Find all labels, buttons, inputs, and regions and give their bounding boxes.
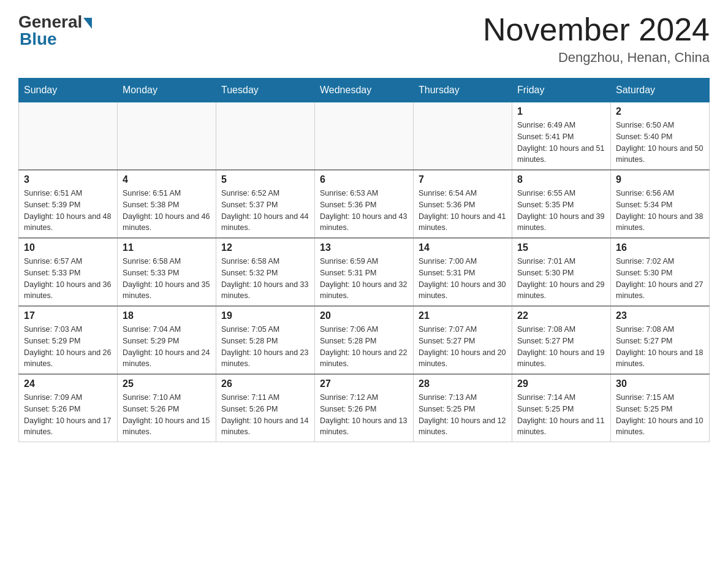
column-header-wednesday: Wednesday	[315, 79, 414, 102]
logo: General Blue	[18, 12, 92, 49]
day-info: Sunrise: 7:06 AM Sunset: 5:28 PM Dayligh…	[320, 324, 408, 370]
day-number: 25	[123, 378, 211, 389]
day-info: Sunrise: 7:09 AM Sunset: 5:26 PM Dayligh…	[24, 392, 112, 438]
calendar-cell: 23Sunrise: 7:08 AM Sunset: 5:27 PM Dayli…	[611, 306, 710, 374]
day-info: Sunrise: 7:05 AM Sunset: 5:28 PM Dayligh…	[221, 324, 309, 370]
day-number: 5	[221, 174, 309, 185]
calendar-cell: 9Sunrise: 6:56 AM Sunset: 5:34 PM Daylig…	[611, 170, 710, 238]
calendar-cell: 15Sunrise: 7:01 AM Sunset: 5:30 PM Dayli…	[512, 238, 611, 306]
day-number: 7	[419, 174, 507, 185]
title-section: November 2024 Dengzhou, Henan, China	[483, 12, 710, 66]
day-info: Sunrise: 7:10 AM Sunset: 5:26 PM Dayligh…	[123, 392, 211, 438]
page-header: General Blue November 2024 Dengzhou, Hen…	[18, 12, 710, 66]
day-number: 4	[123, 174, 211, 185]
column-header-tuesday: Tuesday	[216, 79, 315, 102]
day-info: Sunrise: 7:00 AM Sunset: 5:31 PM Dayligh…	[419, 256, 507, 302]
calendar-cell: 26Sunrise: 7:11 AM Sunset: 5:26 PM Dayli…	[216, 374, 315, 442]
calendar-cell: 22Sunrise: 7:08 AM Sunset: 5:27 PM Dayli…	[512, 306, 611, 374]
day-info: Sunrise: 6:58 AM Sunset: 5:33 PM Dayligh…	[123, 256, 211, 302]
calendar-table: SundayMondayTuesdayWednesdayThursdayFrid…	[18, 78, 710, 442]
day-info: Sunrise: 7:01 AM Sunset: 5:30 PM Dayligh…	[517, 256, 605, 302]
day-number: 29	[517, 378, 605, 389]
day-number: 27	[320, 378, 408, 389]
day-info: Sunrise: 6:53 AM Sunset: 5:36 PM Dayligh…	[320, 188, 408, 234]
day-number: 18	[123, 310, 211, 321]
calendar-cell: 16Sunrise: 7:02 AM Sunset: 5:30 PM Dayli…	[611, 238, 710, 306]
day-number: 16	[616, 242, 704, 253]
calendar-cell: 21Sunrise: 7:07 AM Sunset: 5:27 PM Dayli…	[414, 306, 512, 374]
day-number: 28	[419, 378, 507, 389]
calendar-cell: 11Sunrise: 6:58 AM Sunset: 5:33 PM Dayli…	[118, 238, 216, 306]
calendar-cell: 6Sunrise: 6:53 AM Sunset: 5:36 PM Daylig…	[315, 170, 414, 238]
calendar-cell: 5Sunrise: 6:52 AM Sunset: 5:37 PM Daylig…	[216, 170, 315, 238]
day-number: 13	[320, 242, 408, 253]
calendar-cell: 24Sunrise: 7:09 AM Sunset: 5:26 PM Dayli…	[19, 374, 118, 442]
day-number: 6	[320, 174, 408, 185]
week-row-2: 3Sunrise: 6:51 AM Sunset: 5:39 PM Daylig…	[19, 170, 710, 238]
calendar-cell: 27Sunrise: 7:12 AM Sunset: 5:26 PM Dayli…	[315, 374, 414, 442]
calendar-cell: 10Sunrise: 6:57 AM Sunset: 5:33 PM Dayli…	[19, 238, 118, 306]
calendar-cell: 13Sunrise: 6:59 AM Sunset: 5:31 PM Dayli…	[315, 238, 414, 306]
logo-blue-text: Blue	[20, 29, 57, 49]
day-number: 3	[24, 174, 112, 185]
calendar-cell: 2Sunrise: 6:50 AM Sunset: 5:40 PM Daylig…	[611, 102, 710, 170]
day-info: Sunrise: 7:08 AM Sunset: 5:27 PM Dayligh…	[616, 324, 704, 370]
calendar-cell	[118, 102, 216, 170]
day-number: 11	[123, 242, 211, 253]
calendar-cell: 8Sunrise: 6:55 AM Sunset: 5:35 PM Daylig…	[512, 170, 611, 238]
month-title: November 2024	[483, 12, 710, 47]
calendar-cell: 18Sunrise: 7:04 AM Sunset: 5:29 PM Dayli…	[118, 306, 216, 374]
day-number: 22	[517, 310, 605, 321]
logo-arrow-icon	[83, 18, 92, 29]
calendar-cell: 19Sunrise: 7:05 AM Sunset: 5:28 PM Dayli…	[216, 306, 315, 374]
day-info: Sunrise: 7:11 AM Sunset: 5:26 PM Dayligh…	[221, 392, 309, 438]
header-row: SundayMondayTuesdayWednesdayThursdayFrid…	[19, 79, 710, 102]
day-info: Sunrise: 6:56 AM Sunset: 5:34 PM Dayligh…	[616, 188, 704, 234]
day-info: Sunrise: 6:49 AM Sunset: 5:41 PM Dayligh…	[517, 120, 605, 166]
day-info: Sunrise: 6:58 AM Sunset: 5:32 PM Dayligh…	[221, 256, 309, 302]
day-info: Sunrise: 7:04 AM Sunset: 5:29 PM Dayligh…	[123, 324, 211, 370]
calendar-cell: 12Sunrise: 6:58 AM Sunset: 5:32 PM Dayli…	[216, 238, 315, 306]
day-info: Sunrise: 6:51 AM Sunset: 5:38 PM Dayligh…	[123, 188, 211, 234]
calendar-cell	[315, 102, 414, 170]
calendar-cell: 4Sunrise: 6:51 AM Sunset: 5:38 PM Daylig…	[118, 170, 216, 238]
calendar-cell: 14Sunrise: 7:00 AM Sunset: 5:31 PM Dayli…	[414, 238, 512, 306]
location-label: Dengzhou, Henan, China	[483, 50, 710, 66]
day-number: 26	[221, 378, 309, 389]
day-info: Sunrise: 7:03 AM Sunset: 5:29 PM Dayligh…	[24, 324, 112, 370]
calendar-cell: 1Sunrise: 6:49 AM Sunset: 5:41 PM Daylig…	[512, 102, 611, 170]
day-number: 8	[517, 174, 605, 185]
day-number: 24	[24, 378, 112, 389]
column-header-monday: Monday	[118, 79, 216, 102]
day-number: 20	[320, 310, 408, 321]
day-info: Sunrise: 6:57 AM Sunset: 5:33 PM Dayligh…	[24, 256, 112, 302]
calendar-cell: 30Sunrise: 7:15 AM Sunset: 5:25 PM Dayli…	[611, 374, 710, 442]
week-row-4: 17Sunrise: 7:03 AM Sunset: 5:29 PM Dayli…	[19, 306, 710, 374]
day-info: Sunrise: 7:07 AM Sunset: 5:27 PM Dayligh…	[419, 324, 507, 370]
day-number: 15	[517, 242, 605, 253]
calendar-cell: 7Sunrise: 6:54 AM Sunset: 5:36 PM Daylig…	[414, 170, 512, 238]
day-info: Sunrise: 7:08 AM Sunset: 5:27 PM Dayligh…	[517, 324, 605, 370]
day-info: Sunrise: 7:15 AM Sunset: 5:25 PM Dayligh…	[616, 392, 704, 438]
day-info: Sunrise: 7:13 AM Sunset: 5:25 PM Dayligh…	[419, 392, 507, 438]
column-header-thursday: Thursday	[414, 79, 512, 102]
calendar-cell: 29Sunrise: 7:14 AM Sunset: 5:25 PM Dayli…	[512, 374, 611, 442]
calendar-cell: 28Sunrise: 7:13 AM Sunset: 5:25 PM Dayli…	[414, 374, 512, 442]
day-number: 9	[616, 174, 704, 185]
day-info: Sunrise: 6:52 AM Sunset: 5:37 PM Dayligh…	[221, 188, 309, 234]
day-info: Sunrise: 7:12 AM Sunset: 5:26 PM Dayligh…	[320, 392, 408, 438]
day-number: 19	[221, 310, 309, 321]
calendar-cell: 17Sunrise: 7:03 AM Sunset: 5:29 PM Dayli…	[19, 306, 118, 374]
calendar-cell	[216, 102, 315, 170]
day-number: 14	[419, 242, 507, 253]
calendar-cell: 3Sunrise: 6:51 AM Sunset: 5:39 PM Daylig…	[19, 170, 118, 238]
calendar-cell: 25Sunrise: 7:10 AM Sunset: 5:26 PM Dayli…	[118, 374, 216, 442]
column-header-friday: Friday	[512, 79, 611, 102]
week-row-1: 1Sunrise: 6:49 AM Sunset: 5:41 PM Daylig…	[19, 102, 710, 170]
day-number: 21	[419, 310, 507, 321]
column-header-saturday: Saturday	[611, 79, 710, 102]
calendar-cell: 20Sunrise: 7:06 AM Sunset: 5:28 PM Dayli…	[315, 306, 414, 374]
day-number: 17	[24, 310, 112, 321]
day-number: 30	[616, 378, 704, 389]
day-number: 1	[517, 106, 605, 117]
